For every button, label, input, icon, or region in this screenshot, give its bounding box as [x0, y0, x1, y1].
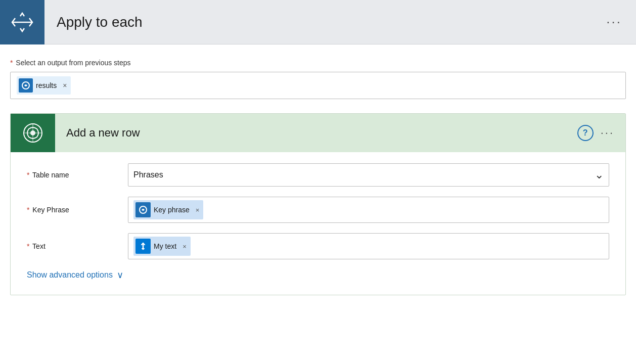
- results-token-text: results: [36, 81, 57, 89]
- results-token-close[interactable]: ×: [63, 82, 67, 89]
- apply-to-each-icon: [11, 11, 33, 33]
- text-label: * Text: [27, 242, 128, 250]
- app-container: Apply to each ··· * Select an output fro…: [0, 0, 636, 364]
- page-title: Apply to each: [57, 14, 606, 30]
- card-title: Add a new row: [66, 126, 577, 140]
- results-token: results ×: [17, 76, 71, 95]
- header-icon-box: [0, 0, 44, 44]
- my-text-token: My text ×: [133, 237, 191, 256]
- table-name-select[interactable]: Phrases ⌄: [128, 163, 609, 187]
- key-phrase-token: Key phrase ×: [133, 200, 203, 219]
- select-output-label: * Select an output from previous steps: [10, 59, 626, 67]
- key-phrase-input[interactable]: Key phrase ×: [128, 197, 609, 223]
- advanced-chevron-icon: ∨: [117, 269, 123, 281]
- my-text-token-text: My text: [154, 242, 176, 250]
- my-text-token-close[interactable]: ×: [183, 243, 187, 250]
- results-token-icon: [19, 78, 33, 93]
- add-new-row-card: Add a new row ? ··· * Table name Phrases…: [10, 113, 626, 295]
- results-icon: [21, 81, 30, 90]
- key-phrase-token-text: Key phrase: [154, 206, 190, 214]
- output-field[interactable]: results ×: [10, 72, 626, 99]
- show-advanced-options-button[interactable]: Show advanced options ∨: [27, 269, 609, 281]
- table-name-value: Phrases: [133, 170, 163, 179]
- header-more-button[interactable]: ···: [606, 14, 622, 30]
- card-body: * Table name Phrases ⌄ * Key Phrase: [11, 152, 625, 295]
- card-help-button[interactable]: ?: [577, 125, 594, 141]
- header: Apply to each ···: [0, 0, 636, 44]
- card-more-button[interactable]: ···: [601, 126, 614, 140]
- main-content: * Select an output from previous steps r…: [0, 44, 636, 305]
- table-name-chevron: ⌄: [595, 168, 604, 181]
- key-phrase-token-close[interactable]: ×: [196, 206, 200, 214]
- excel-icon: [22, 122, 44, 144]
- table-name-label: * Table name: [27, 171, 128, 179]
- my-text-token-icon: [135, 239, 151, 254]
- key-phrase-icon: [139, 205, 148, 214]
- card-icon-box: [11, 114, 55, 152]
- required-star: *: [10, 59, 13, 67]
- text-input[interactable]: My text ×: [128, 233, 609, 259]
- my-text-icon: [139, 242, 148, 251]
- key-phrase-row: * Key Phrase Key phrase: [27, 197, 609, 223]
- key-phrase-token-icon: [135, 202, 151, 217]
- key-phrase-label: * Key Phrase: [27, 206, 128, 214]
- card-header: Add a new row ? ···: [11, 114, 625, 152]
- advanced-options-label: Show advanced options: [27, 270, 113, 280]
- text-row: * Text My text: [27, 233, 609, 259]
- table-name-row: * Table name Phrases ⌄: [27, 163, 609, 187]
